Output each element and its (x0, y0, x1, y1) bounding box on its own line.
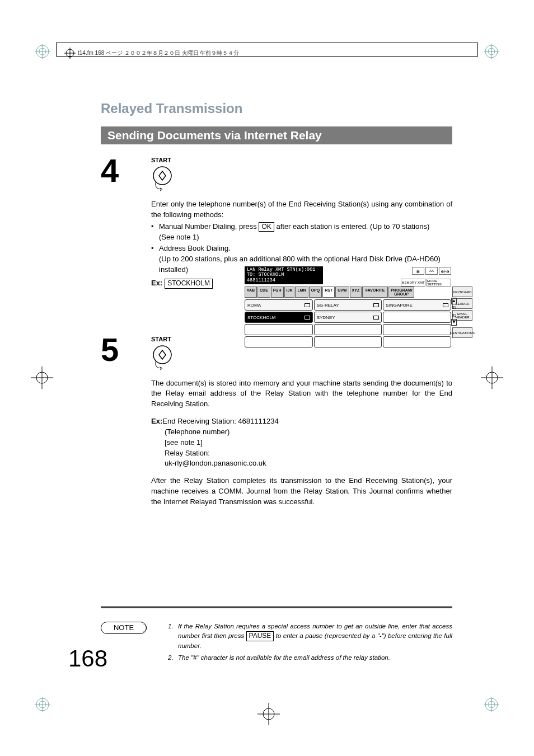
step4-bullet1: Manual Number Dialing, press OK after ea… (159, 222, 452, 232)
mail-icon (373, 303, 379, 307)
station-empty (383, 336, 451, 348)
tab-cde: CDE (257, 287, 270, 298)
destinations-button: DESTINATIONS (452, 327, 472, 338)
note-number: 2. (168, 653, 178, 663)
registration-mark-icon (35, 44, 50, 59)
example-label: Ex: (151, 279, 162, 287)
tab-rst: RST (322, 287, 335, 298)
start-button-icon (152, 166, 175, 191)
station-sg-relay: SG-RELAY (314, 299, 382, 311)
mail-icon (305, 316, 310, 320)
svg-point-30 (153, 346, 171, 364)
alpha-tabs: #AB CDE FGH IJK LMN OPQ RST UVW XYZ FAVO… (245, 287, 451, 298)
station-empty (314, 324, 382, 335)
scroll-down-icon: ▼ (451, 319, 457, 326)
scroll-up-icon: ▲ (451, 298, 457, 304)
bullet-icon: • (151, 222, 159, 232)
station-singapore: SINGAPORE (383, 299, 451, 311)
step-number-4: 4 (101, 154, 151, 289)
example-stockholm: STOCKHOLM (165, 279, 213, 289)
scroll-counter: 01 (452, 313, 456, 317)
station-sydney: SYDNEY (314, 312, 382, 323)
note-divider (101, 606, 452, 608)
station-stockholm: STOCKHOLM (245, 312, 313, 323)
tab-ab: #AB (245, 287, 257, 298)
keyboard-button: KEYBOARD (452, 287, 472, 297)
tab-xyz: XYZ (350, 287, 362, 298)
tab-ijk: IJK (284, 287, 295, 298)
step5-p1: The document(s) is stored into memory an… (151, 378, 452, 410)
contrast-icon: ◐┼◑ (439, 267, 451, 275)
memory-xmt-button: MEMORY XMT (401, 279, 425, 287)
tab-favorite: FAVORITE (362, 287, 388, 298)
step5-p2: After the Relay Station completes its tr… (151, 476, 452, 508)
station-roma: ROMA (245, 299, 313, 311)
note1-text: If the Relay Station requires a special … (178, 622, 452, 651)
tab-lmn: LMN (295, 287, 308, 298)
mail-icon (305, 303, 310, 307)
crosshair-icon (255, 700, 283, 728)
svg-marker-29 (159, 171, 166, 180)
step-number-5: 5 (101, 334, 151, 508)
station-empty (245, 324, 313, 335)
pause-key: PAUSE (246, 631, 274, 641)
mail-icon (443, 303, 448, 307)
step4-bullet2: Address Book Dialing. (159, 243, 452, 254)
scroll-counter: 01 (452, 306, 456, 309)
station-empty (383, 324, 451, 335)
start-button-icon (152, 345, 175, 370)
note-badge: NOTE (101, 622, 147, 634)
text-size-icon: AA (425, 267, 438, 275)
station-empty (383, 312, 451, 323)
svg-point-28 (153, 167, 171, 185)
mode-setting-button: MODE SETTING (427, 279, 451, 287)
lcd-screen-illustration: LAN Relay XMT STN(s):001 TO: STOCKHOLM 4… (245, 266, 451, 341)
header-rule (56, 43, 478, 56)
main-header: Relayed Transmission (101, 101, 452, 116)
step5-example: Ex:End Receiving Station: 4681111234 (Te… (151, 416, 452, 469)
ok-key: OK (259, 222, 274, 232)
station-empty (245, 336, 313, 348)
tab-uvw: UVW (335, 287, 349, 298)
note2-text: The "#" character is not available for t… (178, 653, 452, 663)
registration-mark-icon (484, 697, 499, 712)
registration-mark-icon (484, 44, 499, 59)
see-note-1: (See note 1) (151, 232, 452, 243)
start-label: START (151, 157, 452, 163)
page-number: 168 (68, 645, 107, 672)
station-empty (314, 336, 382, 348)
crosshair-icon (478, 364, 506, 392)
registration-mark-icon (35, 697, 50, 712)
tab-opq: OPQ (309, 287, 322, 298)
header-rule-bottom (56, 56, 478, 57)
mail-icon (373, 316, 379, 320)
tab-fgh: FGH (271, 287, 284, 298)
bullet-icon: • (151, 243, 159, 254)
step4-intro: Enter only the telephone number(s) of th… (151, 199, 452, 220)
crosshair-icon (28, 364, 56, 392)
screen-status: LAN Relay XMT STN(s):001 TO: STOCKHOLM 4… (245, 266, 323, 284)
grid-icon: ▦ (412, 267, 424, 275)
tab-program-group: PROGRAM/ GROUP (388, 287, 414, 298)
note-number: 1. (168, 622, 178, 651)
sub-header: Sending Documents via Internet Relay (101, 126, 452, 144)
svg-marker-31 (159, 350, 166, 359)
